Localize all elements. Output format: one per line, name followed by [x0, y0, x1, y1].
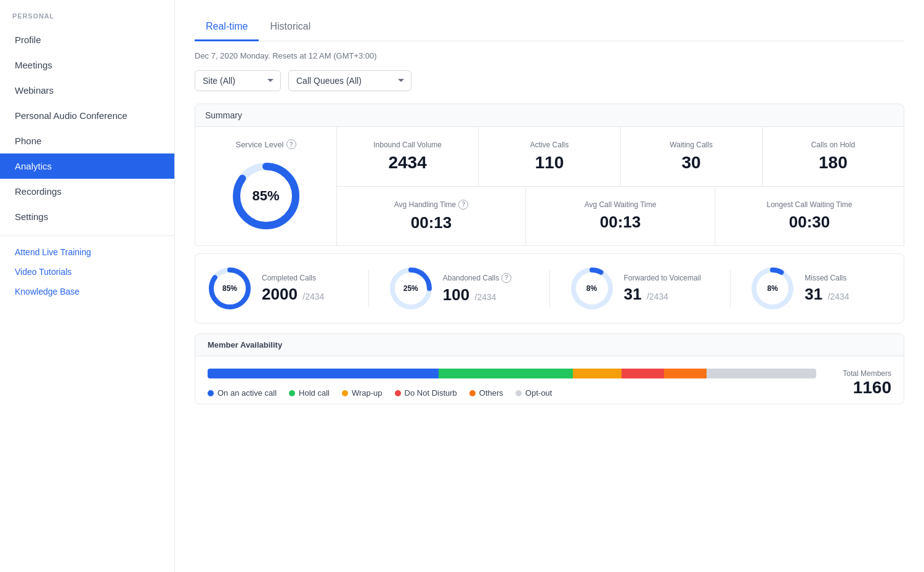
abandoned-text: Abandoned Calls ? 100 /2434: [443, 273, 511, 304]
longest-call-waiting-label: Longest Call Waiting Time: [767, 200, 853, 209]
sidebar-item-webinars[interactable]: Webinars: [0, 78, 174, 103]
legend-item-wrap-up: Wrap-up: [342, 388, 383, 398]
missed-label: Missed Calls: [804, 274, 849, 282]
bar-segment-hold-call: [439, 369, 572, 378]
abandoned-info-icon[interactable]: ?: [501, 273, 511, 283]
missed-text: Missed Calls 31 /2434: [804, 274, 849, 304]
sidebar-item-profile[interactable]: Profile: [0, 27, 174, 52]
service-level-label: Inbound Call Volume Service Level ?: [235, 139, 296, 149]
tab-historical[interactable]: Historical: [259, 15, 322, 41]
active-calls-value: 110: [535, 153, 564, 173]
legend-item-others: Others: [469, 388, 503, 398]
avg-handling-time-value: 00:13: [411, 213, 452, 232]
calls-on-hold-value: 180: [819, 153, 848, 173]
stats-bottom-row: Avg Handling Time ? 00:13 Avg Call Waiti…: [337, 186, 904, 246]
forwarded-text: Forwarded to Voicemail 31 /2434: [624, 274, 701, 304]
legend-label-active-call: On an active call: [217, 388, 277, 398]
sidebar: PERSONAL ProfileMeetingsWebinarsPersonal…: [0, 0, 175, 572]
bar-segment-opt-out: [707, 369, 816, 378]
stats-top-row: Inbound Call Volume 2434 Active Calls 11…: [337, 127, 904, 186]
calls-divider: [730, 270, 731, 307]
calls-divider: [368, 270, 369, 307]
sidebar-section-label: PERSONAL: [0, 12, 174, 27]
member-availability-section: Member Availability On an active call Ho…: [195, 333, 904, 404]
service-level-cell: Inbound Call Volume Service Level ? 85%: [195, 127, 337, 245]
stats-cells: Inbound Call Volume 2434 Active Calls 11…: [337, 127, 904, 245]
inbound-call-volume-label: Inbound Call Volume: [373, 141, 442, 149]
avg-handling-time-label: Avg Handling Time ?: [394, 200, 469, 210]
call-queues-filter[interactable]: Call Queues (All)Queue 1Queue 2: [288, 70, 411, 91]
bar-segment-active-call: [208, 369, 439, 378]
missed-percent: 8%: [768, 284, 778, 293]
inbound-call-volume-value: 2434: [388, 153, 426, 173]
member-bar-container: On an active call Hold call Wrap-up Do N…: [195, 356, 904, 404]
completed-text: Completed Calls 2000 /2434: [262, 274, 324, 304]
sidebar-item-analytics[interactable]: Analytics: [0, 153, 174, 179]
legend-label-hold-call: Hold call: [299, 388, 330, 398]
sidebar-item-meetings[interactable]: Meetings: [0, 52, 174, 78]
sidebar-link-knowledge-base[interactable]: Knowledge Base: [0, 282, 174, 301]
legend-label-opt-out: Opt-out: [525, 388, 552, 398]
legend-label-wrap-up: Wrap-up: [352, 388, 383, 398]
legend-label-others: Others: [479, 388, 503, 398]
legend-dot-active-call: [208, 390, 214, 396]
completed-value-wrap: 2000 /2434: [262, 285, 324, 304]
sidebar-item-personal-audio-conference[interactable]: Personal Audio Conference: [0, 103, 174, 128]
site-filter[interactable]: Site (All)Site 1Site 2: [195, 70, 281, 91]
member-bar: [208, 369, 816, 378]
legend-dot-wrap-up: [342, 390, 348, 396]
missed-value: 31: [804, 285, 822, 303]
legend-dot-hold-call: [289, 390, 295, 396]
filters: Site (All)Site 1Site 2 Call Queues (All)…: [195, 70, 904, 91]
active-calls-cell: Active Calls 110: [479, 127, 620, 186]
missed-value-wrap: 31 /2434: [804, 285, 849, 304]
member-bar-row: On an active call Hold call Wrap-up Do N…: [208, 369, 891, 398]
sidebar-nav: ProfileMeetingsWebinarsPersonal Audio Co…: [0, 27, 174, 229]
avg-call-waiting-label: Avg Call Waiting Time: [585, 200, 657, 209]
avg-handling-info-icon[interactable]: ?: [458, 200, 468, 210]
sidebar-item-recordings[interactable]: Recordings: [0, 179, 174, 204]
abandoned-value: 100: [443, 285, 469, 304]
tabs: Real-timeHistorical: [195, 15, 904, 41]
sidebar-item-phone[interactable]: Phone: [0, 128, 174, 153]
active-calls-label: Active Calls: [530, 141, 569, 149]
total-members-block: Total Members 1160: [824, 369, 891, 398]
main-content: Real-timeHistorical Dec 7, 2020 Monday. …: [175, 0, 924, 572]
missed-donut: 8%: [750, 266, 795, 311]
legend-item-active-call: On an active call: [208, 388, 277, 398]
member-availability-header: Member Availability: [195, 334, 904, 356]
bar-segment-do-not-disturb: [622, 369, 664, 378]
tab-realtime[interactable]: Real-time: [195, 15, 259, 41]
completed-value: 2000: [262, 285, 298, 303]
calls-item-abandoned: 25% Abandoned Calls ? 100 /2434: [389, 266, 530, 311]
avg-handling-time-cell: Avg Handling Time ? 00:13: [337, 187, 526, 246]
forwarded-percent: 8%: [586, 284, 597, 293]
calls-item-completed: 85% Completed Calls 2000 /2434: [208, 266, 349, 311]
calls-on-hold-label: Calls on Hold: [811, 141, 855, 149]
service-level-info-icon[interactable]: ?: [286, 139, 296, 149]
waiting-calls-cell: Waiting Calls 30: [621, 127, 763, 186]
bar-segment-others: [664, 369, 707, 378]
abandoned-label: Abandoned Calls ?: [443, 273, 511, 283]
stats-row-1: Inbound Call Volume Service Level ? 85%: [195, 127, 904, 246]
member-bar-wrap: On an active call Hold call Wrap-up Do N…: [208, 369, 816, 398]
legend-dot-do-not-disturb: [395, 390, 401, 396]
sidebar-item-settings[interactable]: Settings: [0, 204, 174, 229]
total-members-value: 1160: [824, 378, 891, 398]
sidebar-link-attend-live-training[interactable]: Attend Live Training: [0, 242, 174, 262]
abandoned-total: /2434: [475, 292, 496, 302]
inbound-call-volume-cell: Inbound Call Volume 2434: [337, 127, 479, 186]
service-level-text: Service Level: [235, 140, 283, 149]
completed-percent: 85%: [222, 284, 237, 293]
longest-call-waiting-value: 00:30: [789, 213, 830, 232]
completed-donut: 85%: [208, 266, 252, 311]
calls-row: 85% Completed Calls 2000 /2434 25% Aband…: [195, 253, 904, 324]
service-level-value: 85%: [252, 188, 279, 204]
longest-call-waiting-cell: Longest Call Waiting Time 00:30: [715, 187, 904, 246]
sidebar-link-video-tutorials[interactable]: Video Tutorials: [0, 262, 174, 282]
summary-header: Summary: [195, 104, 904, 127]
forwarded-value: 31: [624, 285, 642, 303]
abandoned-percent: 25%: [403, 284, 418, 293]
calls-divider: [549, 270, 550, 307]
calls-item-forwarded: 8% Forwarded to Voicemail 31 /2434: [570, 266, 711, 311]
